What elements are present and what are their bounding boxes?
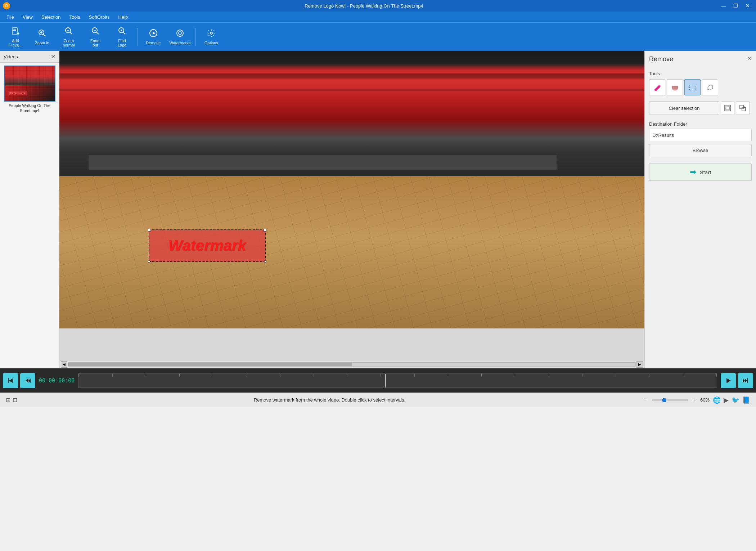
zoom-in-small-button[interactable]: + <box>690 396 698 404</box>
step-back-button[interactable] <box>20 373 35 388</box>
selection-handle-bl[interactable] <box>148 260 150 263</box>
social-icon-3[interactable]: 🐦 <box>732 396 739 404</box>
close-button[interactable]: ✕ <box>742 2 753 10</box>
timeline-end-controls <box>721 373 753 388</box>
panel-header: Remove ✕ <box>649 55 752 67</box>
video-canvas[interactable]: Watermark <box>59 51 644 328</box>
canvas-padding <box>59 328 644 360</box>
svg-rect-29 <box>726 106 729 110</box>
canvas-area: Watermark ◀ ▶ <box>59 51 644 368</box>
train-wheel-area <box>89 155 557 170</box>
svg-line-11 <box>70 32 72 34</box>
destination-folder-label: Destination Folder <box>649 121 752 127</box>
svg-rect-28 <box>725 105 730 111</box>
zoom-in-icon <box>38 29 46 40</box>
maximize-button[interactable]: ❐ <box>730 2 741 10</box>
menu-tools[interactable]: Tools <box>66 13 84 21</box>
scroll-right-arrow[interactable]: ▶ <box>636 361 643 368</box>
svg-rect-31 <box>742 107 746 111</box>
panel-close-button[interactable]: ✕ <box>747 55 752 61</box>
go-to-start-button[interactable] <box>3 373 18 388</box>
pencil-tool[interactable] <box>649 79 665 95</box>
menu-bar: File View Selection Tools SoftOrbits Hel… <box>0 12 756 22</box>
svg-rect-0 <box>12 28 17 34</box>
zoom-controls: − + 60% <box>642 396 713 404</box>
video-filename-label: People Walking On The Street.mp4 <box>3 103 56 113</box>
zoom-normal-label: Zoomnormal <box>63 39 75 47</box>
timeline: 00:00:00:00 <box>0 368 756 393</box>
find-logo-button[interactable]: FindLogo <box>109 24 135 50</box>
find-logo-label: FindLogo <box>118 39 126 47</box>
clear-selection-button[interactable]: Clear selection <box>649 101 719 115</box>
svg-line-14 <box>96 32 99 34</box>
lasso-tool[interactable] <box>702 79 718 95</box>
app-logo: R <box>3 2 10 9</box>
add-files-label: AddFile(s)... <box>8 39 23 47</box>
selection-handle-br[interactable] <box>264 260 266 263</box>
browse-button[interactable]: Browse <box>649 144 752 156</box>
timecode: 00:00:00:00 <box>39 377 75 384</box>
scrollbar-track[interactable] <box>68 362 636 367</box>
svg-marker-36 <box>26 378 28 383</box>
eraser-tool[interactable] <box>667 79 683 95</box>
title-bar: R Remove Logo Now! - People Walking On T… <box>0 0 756 12</box>
social-icon-1[interactable]: 🌐 <box>713 396 721 404</box>
left-status-icons: ⊞ ⊡ <box>6 397 17 403</box>
social-icon-2[interactable]: ▶ <box>724 396 729 404</box>
main-area: Videos ✕ Watermark People Walking On The… <box>0 51 756 368</box>
menu-selection[interactable]: Selection <box>38 13 64 21</box>
scroll-left-arrow[interactable]: ◀ <box>61 361 67 368</box>
svg-marker-39 <box>743 378 745 383</box>
destination-folder-input[interactable] <box>649 129 752 141</box>
window-title: Remove Logo Now! - People Walking On The… <box>10 3 718 9</box>
video-thumbnail[interactable]: Watermark People Walking On The Street.m… <box>3 66 56 113</box>
status-text: Remove watermark from the whole video. D… <box>17 397 642 403</box>
svg-marker-35 <box>9 378 13 383</box>
remove-icon <box>149 29 158 40</box>
watermarks-button[interactable]: Watermarks <box>167 24 193 50</box>
zoom-slider[interactable] <box>652 399 688 401</box>
minimize-button[interactable]: — <box>718 2 729 10</box>
step-forward-button[interactable] <box>738 373 753 388</box>
options-icon <box>207 29 216 40</box>
options-button[interactable]: Options <box>199 24 224 50</box>
svg-line-7 <box>43 34 45 36</box>
zoom-out-small-button[interactable]: − <box>642 396 650 404</box>
fit-selection-button[interactable] <box>721 101 734 115</box>
start-arrow-icon: ➡ <box>690 167 696 177</box>
svg-marker-38 <box>726 378 731 383</box>
svg-marker-20 <box>153 32 156 35</box>
svg-line-17 <box>123 32 125 34</box>
zoom-in-button[interactable]: Zoom in <box>30 24 55 50</box>
remove-button[interactable]: Remove <box>141 24 166 50</box>
selection-rectangle[interactable] <box>149 229 266 262</box>
add-selection-button[interactable] <box>736 101 750 115</box>
svg-point-22 <box>179 32 181 35</box>
menu-softorbits[interactable]: SoftOrbits <box>85 13 113 21</box>
zoom-out-button[interactable]: Zoomout <box>83 24 108 50</box>
svg-point-18 <box>121 30 122 31</box>
scrollbar-thumb[interactable] <box>68 363 352 366</box>
zoom-in-label: Zoom in <box>35 41 49 45</box>
menu-file[interactable]: File <box>3 13 18 21</box>
find-logo-icon <box>118 27 126 37</box>
watermarks-icon <box>176 29 184 40</box>
status-icon-1: ⊞ <box>6 397 10 403</box>
thumbnail-image: Watermark <box>4 66 55 102</box>
remove-label: Remove <box>146 41 161 45</box>
thumb-watermark: Watermark <box>8 91 27 95</box>
social-icon-4[interactable]: 📘 <box>742 396 750 404</box>
sidebar-close-button[interactable]: ✕ <box>51 53 55 60</box>
rect-selection-tool[interactable] <box>684 79 701 95</box>
zoom-normal-button[interactable]: Zoomnormal <box>56 24 81 50</box>
menu-view[interactable]: View <box>19 13 36 21</box>
bottom-right-icons: 🌐 ▶ 🐦 📘 <box>713 396 750 404</box>
play-button[interactable] <box>721 373 736 388</box>
timeline-track[interactable] <box>78 373 717 388</box>
right-panel: Remove ✕ Tools Clear selection <box>644 51 756 368</box>
start-button[interactable]: ➡ Start <box>649 163 752 181</box>
add-files-button[interactable]: AddFile(s)... <box>3 24 28 50</box>
menu-help[interactable]: Help <box>115 13 132 21</box>
zoom-slider-thumb <box>662 398 666 402</box>
timeline-ticks <box>78 374 717 377</box>
